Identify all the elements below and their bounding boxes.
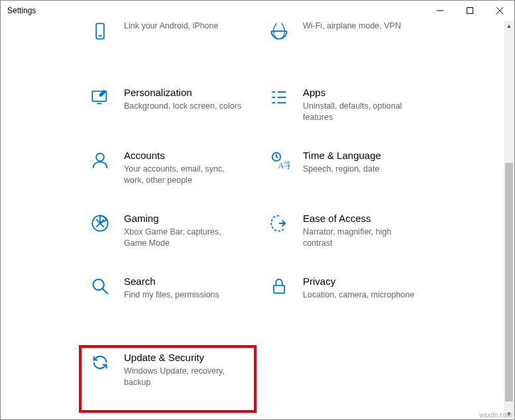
scroll-thumb[interactable] xyxy=(505,163,513,401)
tile-phone[interactable]: Phone Link your Android, iPhone xyxy=(87,21,266,60)
tile-desc: Speech, region, date xyxy=(303,164,422,175)
tile-desc: Windows Update, recovery, backup xyxy=(124,366,243,388)
tile-desc: Link your Android, iPhone xyxy=(124,21,243,32)
tile-desc: Wi-Fi, airplane mode, VPN xyxy=(303,21,422,32)
tile-title: Time & Language xyxy=(303,150,441,161)
tile-title: Update & Security xyxy=(124,352,262,363)
tile-personalization[interactable]: Personalization Background, lock screen,… xyxy=(87,80,266,143)
tile-desc: Your accounts, email, sync, work, other … xyxy=(124,164,243,186)
window-controls xyxy=(425,1,514,20)
search-icon xyxy=(91,276,123,295)
svg-point-19 xyxy=(93,280,104,290)
tile-time-language[interactable]: A字 Time & Language Speech, region, date xyxy=(266,143,445,206)
watermark: wsxdn.com xyxy=(479,411,512,419)
tile-gaming[interactable]: Gaming Xbox Game Bar, captures, Game Mod… xyxy=(87,206,266,269)
tile-accounts[interactable]: Accounts Your accounts, email, sync, wor… xyxy=(87,143,266,206)
tile-desc: Uninstall, defaults, optional features xyxy=(303,101,422,123)
tile-title: Ease of Access xyxy=(303,213,441,224)
svg-line-20 xyxy=(103,289,108,294)
ease-of-access-icon xyxy=(270,213,302,233)
tile-network[interactable]: Network & Internet Wi-Fi, airplane mode,… xyxy=(266,21,445,60)
tile-ease-of-access[interactable]: Ease of Access Narrator, magnifier, high… xyxy=(266,206,445,269)
tile-desc: Xbox Game Bar, captures, Game Mode xyxy=(124,227,243,249)
privacy-icon xyxy=(270,276,302,295)
apps-icon xyxy=(270,87,302,107)
settings-grid: Phone Link your Android, iPhone Network … xyxy=(1,21,504,408)
personalization-icon xyxy=(91,87,123,107)
tile-apps[interactable]: Apps Uninstall, defaults, optional featu… xyxy=(266,80,445,143)
tile-title: Privacy xyxy=(303,276,441,287)
scroll-up-arrow[interactable]: ▲ xyxy=(504,21,514,31)
globe-icon xyxy=(270,21,302,40)
tile-title: Search xyxy=(124,276,262,287)
tile-search[interactable]: Search Find my files, permissions xyxy=(87,269,266,332)
window-title: Settings xyxy=(7,6,36,15)
vertical-scrollbar[interactable]: ▲ ▼ xyxy=(504,21,514,419)
content-area: Phone Link your Android, iPhone Network … xyxy=(1,21,504,419)
time-language-icon: A字 xyxy=(270,150,302,171)
tile-title: Accounts xyxy=(124,150,262,161)
svg-point-15 xyxy=(96,154,104,162)
settings-window: Settings Phone Link your Android, iP xyxy=(0,0,515,420)
tile-update-security[interactable]: Update & Security Windows Update, recove… xyxy=(87,345,266,408)
tile-desc: Find my files, permissions xyxy=(124,289,243,301)
tile-title: Apps xyxy=(303,87,441,98)
maximize-button[interactable] xyxy=(455,1,485,21)
accounts-icon xyxy=(91,150,123,170)
svg-text:A字: A字 xyxy=(278,160,290,170)
tile-desc: Background, lock screen, colors xyxy=(124,101,243,112)
gaming-icon xyxy=(91,213,123,233)
update-security-icon xyxy=(91,352,123,372)
tile-desc: Narrator, magnifier, high contrast xyxy=(303,227,422,249)
tile-title: Gaming xyxy=(124,213,262,224)
svg-rect-21 xyxy=(274,286,284,293)
tile-title: Personalization xyxy=(124,87,262,98)
tile-privacy[interactable]: Privacy Location, camera, microphone xyxy=(266,269,445,332)
svg-rect-1 xyxy=(467,8,473,14)
tile-desc: Location, camera, microphone xyxy=(303,289,422,301)
titlebar: Settings xyxy=(1,1,514,21)
svg-rect-4 xyxy=(96,23,104,38)
minimize-button[interactable] xyxy=(425,1,455,21)
close-button[interactable] xyxy=(485,1,514,21)
phone-icon xyxy=(91,21,123,40)
